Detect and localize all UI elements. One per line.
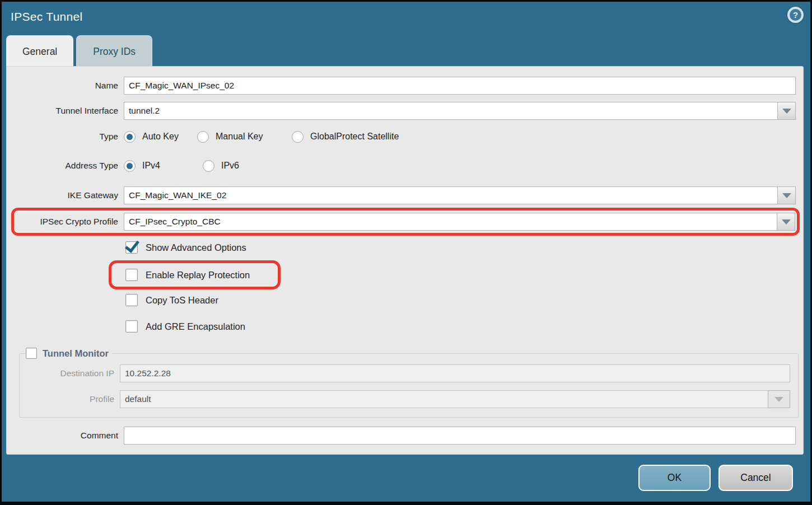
tunnel-monitor-section: Tunnel Monitor Destination IP Profile (19, 348, 799, 418)
tunnel-monitor-checkbox[interactable] (26, 348, 37, 359)
chevron-down-icon (782, 109, 791, 114)
ike-gateway-input[interactable] (124, 186, 777, 204)
footer-buttons: OK Cancel (638, 465, 793, 491)
cancel-button[interactable]: Cancel (718, 465, 793, 491)
radio-selected-icon[interactable] (124, 160, 136, 172)
radio-label: IPv6 (221, 161, 239, 171)
type-option-manual-key[interactable]: Manual Key (197, 131, 292, 143)
type-option-globalprotect-satellite[interactable]: GlobalProtect Satellite (292, 131, 399, 143)
checkbox-label: Enable Replay Protection (146, 270, 250, 280)
show-advanced-options-row: Show Advanced Options (125, 240, 796, 255)
copy-tos-header-checkbox[interactable] (125, 294, 138, 306)
checkbox-label: Show Advanced Options (146, 242, 246, 253)
ipsec-crypto-profile-dropdown-button[interactable] (777, 213, 795, 231)
radio-label: Auto Key (142, 132, 179, 142)
add-gre-encapsulation-checkbox[interactable] (125, 320, 138, 333)
ok-button[interactable]: OK (638, 465, 711, 491)
radio-unselected-icon[interactable] (197, 131, 209, 143)
monitor-profile-dropdown-button (768, 390, 790, 408)
title-bar: IPSec Tunnel ? (2, 2, 810, 35)
tunnel-monitor-legend: Tunnel Monitor (26, 348, 112, 359)
name-label: Name (12, 81, 118, 91)
radio-label: GlobalProtect Satellite (310, 132, 399, 142)
checkbox-label: Add GRE Encapsulation (146, 321, 245, 332)
ipsec-crypto-profile-row: IPSec Crypto Profile (14, 213, 795, 231)
tunnel-interface-row: Tunnel Interface (12, 102, 796, 120)
radio-unselected-icon[interactable] (203, 160, 214, 172)
ike-gateway-row: IKE Gateway (12, 186, 796, 204)
type-option-auto-key[interactable]: Auto Key (124, 131, 197, 143)
radio-label: IPv4 (142, 161, 160, 171)
name-input[interactable] (124, 77, 796, 95)
ike-gateway-label: IKE Gateway (12, 190, 118, 200)
destination-ip-row: Destination IP (24, 364, 790, 382)
monitor-profile-label: Profile (24, 394, 114, 404)
checkbox-label: Copy ToS Header (146, 295, 218, 306)
ipsec-crypto-profile-combo (124, 213, 795, 231)
comment-label: Comment (12, 431, 118, 441)
dialog-footer: OK Cancel (2, 455, 810, 502)
ipsec-tunnel-dialog: IPSec Tunnel ? General Proxy IDs Name Tu… (0, 0, 812, 505)
type-row: Type Auto Key Manual Key GlobalProtect S… (12, 129, 796, 144)
tab-general-label: General (22, 46, 57, 58)
ike-gateway-dropdown-button[interactable] (777, 186, 796, 204)
monitor-profile-combo (120, 390, 790, 408)
address-type-option-ipv4[interactable]: IPv4 (124, 160, 203, 172)
tab-general[interactable]: General (6, 35, 73, 68)
general-tab-panel: Name Tunnel Interface Type (6, 66, 804, 455)
tab-proxy-ids[interactable]: Proxy IDs (76, 35, 152, 68)
help-button[interactable]: ? (787, 7, 804, 23)
radio-selected-icon[interactable] (124, 131, 136, 143)
destination-ip-label: Destination IP (24, 368, 114, 378)
enable-replay-protection-highlight-box: Enable Replay Protection (109, 260, 281, 289)
show-advanced-options-checkbox[interactable] (125, 241, 138, 254)
ipsec-crypto-profile-highlight-box: IPSec Crypto Profile (11, 208, 800, 236)
copy-tos-header-row: Copy ToS Header (125, 293, 796, 307)
chevron-down-icon (774, 397, 783, 402)
tab-bar: General Proxy IDs (6, 35, 152, 68)
tunnel-interface-input[interactable] (124, 102, 777, 120)
monitor-profile-input (120, 390, 768, 408)
tab-proxy-ids-label: Proxy IDs (93, 46, 136, 58)
add-gre-encapsulation-row: Add GRE Encapsulation (125, 319, 796, 334)
tunnel-interface-dropdown-button[interactable] (777, 102, 796, 120)
comment-row: Comment (12, 427, 796, 445)
chevron-down-icon (782, 193, 791, 198)
ike-gateway-combo (124, 186, 796, 204)
help-icon: ? (790, 9, 801, 21)
radio-unselected-icon[interactable] (292, 131, 304, 143)
radio-label: Manual Key (216, 132, 263, 142)
type-label: Type (12, 132, 118, 142)
ipsec-crypto-profile-label: IPSec Crypto Profile (14, 217, 118, 227)
destination-ip-input (120, 364, 790, 382)
name-row: Name (12, 77, 796, 95)
ipsec-crypto-profile-input[interactable] (124, 213, 777, 231)
dialog-title: IPSec Tunnel (11, 10, 83, 24)
address-type-option-ipv6[interactable]: IPv6 (203, 160, 239, 172)
monitor-profile-row: Profile (24, 390, 790, 408)
tunnel-monitor-label: Tunnel Monitor (43, 348, 109, 359)
address-type-row: Address Type IPv4 IPv6 (12, 158, 796, 174)
tunnel-interface-combo (124, 102, 796, 120)
address-type-label: Address Type (12, 161, 118, 171)
chevron-down-icon (782, 219, 791, 225)
enable-replay-protection-row: Enable Replay Protection (125, 268, 278, 282)
enable-replay-protection-checkbox[interactable] (125, 269, 138, 281)
tunnel-interface-label: Tunnel Interface (12, 106, 118, 116)
comment-input[interactable] (124, 427, 796, 445)
